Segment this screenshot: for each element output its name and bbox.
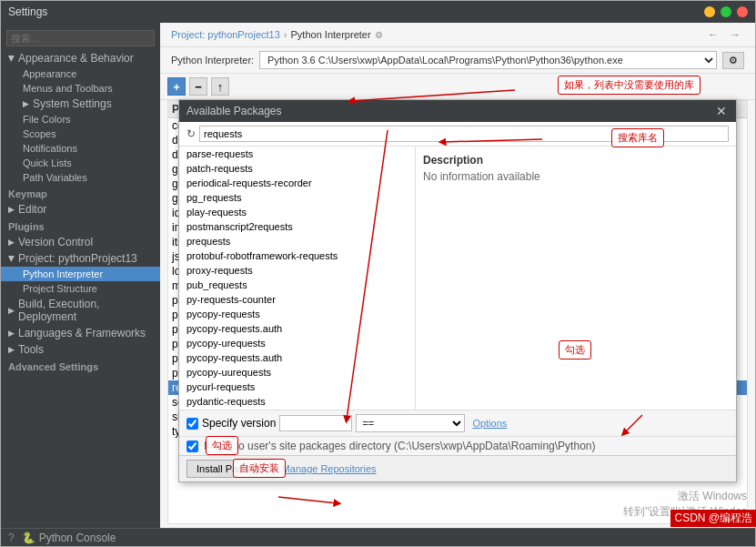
- sidebar-item-scopes[interactable]: Scopes: [1, 127, 160, 141]
- list-item[interactable]: periodical-requests-recorder: [179, 176, 415, 190]
- breadcrumb-project[interactable]: Project: pythonProject13: [171, 29, 280, 40]
- list-item[interactable]: pycopy-requests.auth: [179, 350, 415, 365]
- sidebar-label-version-control: Version Control: [18, 236, 93, 248]
- interpreter-row: Python Interpreter: Python 3.6 C:\Users\…: [160, 47, 755, 74]
- available-search-input[interactable]: [199, 126, 729, 142]
- expand-arrow-build-icon: ▶: [8, 306, 15, 315]
- interpreter-label: Python Interpreter:: [171, 55, 254, 66]
- maximize-button[interactable]: [721, 6, 731, 17]
- expand-arrow-lang-icon: ▶: [8, 329, 15, 338]
- remove-package-button[interactable]: −: [189, 77, 207, 96]
- sidebar-search-input[interactable]: [6, 30, 155, 46]
- sidebar-item-project[interactable]: ▶ Project: pythonProject13: [1, 250, 160, 267]
- sidebar-item-file-colors[interactable]: File Colors: [1, 112, 160, 127]
- version-input[interactable]: [279, 415, 352, 431]
- list-item[interactable]: proxy-requests: [179, 263, 415, 278]
- python-console-label: Python Console: [39, 532, 116, 544]
- available-refresh-button[interactable]: ↻: [186, 127, 196, 140]
- list-item[interactable]: pydantic-requests: [179, 394, 415, 409]
- status-help: ?: [8, 532, 15, 544]
- package-area: + − ↑ Package Version coloramadataclasse…: [160, 74, 755, 528]
- sidebar-item-appearance[interactable]: Appearance: [1, 66, 160, 81]
- list-item[interactable]: postmanscript2requests: [179, 219, 415, 234]
- list-item[interactable]: py-requests-counter: [179, 292, 415, 307]
- sidebar-item-quick-lists[interactable]: Quick Lists: [1, 156, 160, 170]
- sidebar-item-languages-frameworks[interactable]: ▶ Languages & Frameworks: [1, 325, 160, 341]
- sidebar-search-container: [6, 30, 155, 46]
- sidebar-item-system-settings[interactable]: ▶ System Settings: [1, 96, 160, 112]
- list-item[interactable]: play-requests: [179, 205, 415, 219]
- sidebar: ▶ Appearance & Behavior Appearance Menus…: [1, 23, 160, 528]
- close-button[interactable]: [737, 6, 748, 17]
- expand-arrow-icon: ▶: [7, 56, 16, 62]
- window-title: Settings: [8, 5, 47, 18]
- nav-back-button[interactable]: ←: [704, 28, 722, 41]
- available-packages-footer: Specify version ==>=<= Options: [179, 410, 736, 436]
- list-item[interactable]: parse-requests: [179, 147, 415, 161]
- breadcrumb-settings-icon[interactable]: ⚙: [375, 30, 383, 40]
- sidebar-item-path-variables[interactable]: Path Variables: [1, 170, 160, 185]
- description-title: Description: [423, 154, 729, 167]
- available-search-row: ↻: [179, 122, 736, 147]
- sidebar-item-plugins[interactable]: Plugins: [1, 218, 160, 234]
- available-packages-header: Available Packages ✕: [179, 100, 736, 122]
- list-item[interactable]: pg_requests: [179, 190, 415, 205]
- expand-arrow-project-icon: ▶: [7, 256, 16, 262]
- list-item[interactable]: pycopy-requests: [179, 307, 415, 321]
- available-packages-description: Description No information available: [416, 147, 736, 410]
- main-content: ▶ Appearance & Behavior Appearance Menus…: [1, 23, 755, 528]
- expand-arrow-system-icon: ▶: [23, 99, 29, 108]
- list-item[interactable]: pycopy-uurequests: [179, 365, 415, 380]
- nav-forward-button[interactable]: →: [726, 28, 744, 41]
- list-item[interactable]: pub_requests: [179, 278, 415, 292]
- sidebar-item-python-interpreter[interactable]: Python Interpreter: [1, 267, 160, 281]
- install-to-row: Install to user's site packages director…: [179, 436, 736, 455]
- list-item[interactable]: pycopy-urequests: [179, 336, 415, 350]
- install-to-user-checkbox[interactable]: [186, 441, 198, 452]
- sidebar-item-advanced-settings[interactable]: Advanced Settings: [1, 358, 160, 374]
- available-packages-close-button[interactable]: ✕: [714, 104, 729, 118]
- status-bar: ? 🐍 Python Console: [1, 528, 755, 546]
- list-item[interactable]: protobuf-robotframework-requests: [179, 248, 415, 263]
- breadcrumb: Project: pythonProject13 › Python Interp…: [160, 23, 755, 47]
- available-packages-title: Available Packages: [186, 105, 282, 117]
- sidebar-label-languages-frameworks: Languages & Frameworks: [18, 327, 146, 339]
- settings-window: Settings ▶ Appearance & Behavior Appeara…: [0, 0, 756, 547]
- sidebar-item-editor[interactable]: ▶ Editor: [1, 201, 160, 218]
- sidebar-item-menus-toolbars[interactable]: Menus and Toolbars: [1, 81, 160, 96]
- upgrade-package-button[interactable]: ↑: [211, 77, 229, 96]
- sidebar-item-tools[interactable]: ▶ Tools: [1, 341, 160, 358]
- available-manage-button[interactable]: Manage Repositories: [282, 460, 377, 478]
- sidebar-item-appearance-behavior[interactable]: ▶ Appearance & Behavior: [1, 50, 160, 66]
- description-text: No information available: [423, 170, 729, 183]
- sidebar-item-version-control[interactable]: ▶ Version Control: [1, 234, 160, 250]
- package-toolbar: + − ↑: [160, 74, 755, 100]
- sidebar-item-notifications[interactable]: Notifications: [1, 141, 160, 156]
- list-item[interactable]: patch-requests: [179, 161, 415, 176]
- sidebar-item-project-structure[interactable]: Project Structure: [1, 281, 160, 296]
- sidebar-label-project: Project: pythonProject13: [18, 252, 137, 265]
- specify-version-row: Specify version ==>=<=: [186, 414, 465, 432]
- add-package-button[interactable]: +: [167, 77, 186, 96]
- minimize-button[interactable]: [704, 6, 715, 17]
- available-install-button[interactable]: Install Package: [186, 460, 275, 478]
- available-packages-body: parse-requestspatch-requestsperiodical-r…: [179, 147, 736, 410]
- interpreter-select[interactable]: Python 3.6 C:\Users\xwp\AppData\Local\Pr…: [259, 51, 717, 69]
- csdn-badge: CSDN @编程浩: [670, 510, 756, 527]
- available-footer-buttons: Install Package Manage Repositories: [179, 455, 736, 481]
- list-item[interactable]: pycopy-requests.auth: [179, 321, 415, 336]
- specify-version-label: Specify version: [202, 417, 276, 430]
- sidebar-item-build-execution[interactable]: ▶ Build, Execution, Deployment: [1, 296, 160, 325]
- options-link[interactable]: Options: [472, 418, 507, 429]
- interpreter-gear-button[interactable]: ⚙: [722, 52, 744, 69]
- sidebar-label-system-settings: System Settings: [33, 97, 112, 110]
- right-panel: Project: pythonProject13 › Python Interp…: [160, 23, 755, 528]
- version-select[interactable]: ==>=<=: [356, 414, 465, 432]
- list-item[interactable]: pycurl-requests: [179, 380, 415, 394]
- specify-version-checkbox[interactable]: [186, 418, 198, 430]
- python-icon: 🐍: [22, 532, 35, 544]
- breadcrumb-current: Python Interpreter: [291, 29, 371, 40]
- list-item[interactable]: prequests: [179, 234, 415, 248]
- available-packages-list: parse-requestspatch-requestsperiodical-r…: [179, 147, 416, 410]
- sidebar-item-keymap[interactable]: Keymap: [1, 185, 160, 201]
